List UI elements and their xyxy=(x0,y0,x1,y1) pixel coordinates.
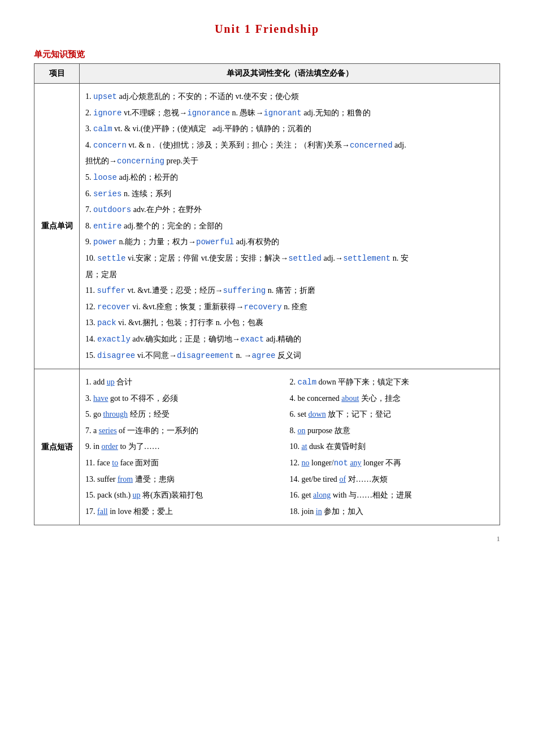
entry-10b: 居；定居 xyxy=(85,267,494,283)
entry-10: 10. settle vi.安家；定居；停留 vt.使安居；安排；解决→sett… xyxy=(85,251,494,266)
phrase-15: 15. pack (sth.) up 将(东西)装箱打包 xyxy=(85,488,290,503)
phrase-row-9: 17. fall in love 相爱；爱上 18. join in 参加；加入 xyxy=(85,504,494,520)
word-series: series xyxy=(93,189,121,198)
word-upset: upset xyxy=(93,92,117,101)
phrase-row-5: 9. in order to 为了…… 10. at dusk 在黄昏时刻 xyxy=(85,439,494,455)
phrase-6-kw: down xyxy=(309,410,326,418)
entry-13: 13. pack vi. &vt.捆扎；包装；打行李 n. 小包；包裹 xyxy=(85,316,494,331)
word-power: power xyxy=(93,237,117,247)
phrase-10-kw: at xyxy=(302,442,307,451)
main-table: 项目 单词及其词性变化（语法填空必备） 重点单词 1. upset adj.心烦… xyxy=(34,63,500,525)
phrase-4: 4. be concerned about 关心，挂念 xyxy=(290,391,494,407)
col1-header: 项目 xyxy=(34,64,80,84)
phrase-12: 12. no longer/not any longer 不再 xyxy=(290,456,494,471)
word-settled: settled xyxy=(288,254,322,263)
entry-15: 15. disagree vi.不同意→disagreement n. →agr… xyxy=(85,348,494,364)
content-keywords: 1. upset adj.心烦意乱的；不安的；不适的 vt.使不安；使心烦 2.… xyxy=(80,84,500,369)
phrase-9: 9. in order to 为了…… xyxy=(85,439,290,455)
word-concern: concern xyxy=(93,141,127,150)
entry-11: 11. suffer vt. &vt.遭受；忍受；经历→suffering n.… xyxy=(85,283,494,299)
phrase-8-kw: on xyxy=(298,426,306,435)
phrase-7: 7. a series of 一连串的；一系列的 xyxy=(85,424,290,439)
word-outdoors: outdoors xyxy=(93,205,131,214)
word-ignorance: ignorance xyxy=(187,109,230,118)
phrase-16-kw: along xyxy=(313,491,331,499)
word-entire: entire xyxy=(93,222,121,231)
word-recovery: recovery xyxy=(244,303,281,312)
phrase-16: 16. get along with 与……相处；进展 xyxy=(290,488,494,503)
word-loose: loose xyxy=(93,173,117,182)
phrase-17-kw: fall xyxy=(97,507,108,516)
word-exact: exact xyxy=(240,335,264,344)
entry-3: 3. calm vt. & vi.(使)平静；(使)镇定 adj.平静的；镇静的… xyxy=(85,122,494,137)
phrase-4-kw: about xyxy=(341,394,359,403)
phrase-13: 13. suffer from 遭受；患病 xyxy=(85,472,290,487)
phrase-5: 5. go through 经历；经受 xyxy=(85,407,290,422)
phrase-9-kw: order xyxy=(101,442,118,451)
phrase-row-6: 11. face to face 面对面 12. no longer/not a… xyxy=(85,456,494,471)
word-powerful: powerful xyxy=(196,237,234,247)
phrase-row-2: 3. have got to 不得不，必须 4. be concerned ab… xyxy=(85,391,494,407)
word-recover: recover xyxy=(97,303,131,312)
entry-4b: 担忧的→concerning prep.关于 xyxy=(85,154,494,169)
phrase-11: 11. face to face 面对面 xyxy=(85,456,290,471)
phrase-row-4: 7. a series of 一连串的；一系列的 8. on purpose 故… xyxy=(85,424,494,439)
word-ignore: ignore xyxy=(93,109,121,118)
phrase-6: 6. set down 放下；记下；登记 xyxy=(290,407,494,422)
phrase-15-kw: up xyxy=(133,491,141,499)
phrase-7-kw: series xyxy=(99,426,117,435)
entry-2: 2. ignore vt.不理睬；忽视→ignorance n. 愚昧→igno… xyxy=(85,106,494,121)
phrase-row-3: 5. go through 经历；经受 6. set down 放下；记下；登记 xyxy=(85,407,494,422)
entry-8: 8. entire adj.整个的；完全的；全部的 xyxy=(85,219,494,234)
word-disagree: disagree xyxy=(97,351,135,360)
entry-6: 6. series n. 连续；系列 xyxy=(85,187,494,202)
label-keywords: 重点单词 xyxy=(34,84,80,369)
col2-header: 单词及其词性变化（语法填空必备） xyxy=(80,64,500,84)
phrase-3-kw: have xyxy=(93,394,108,403)
entry-9: 9. power n.能力；力量；权力→powerful adj.有权势的 xyxy=(85,235,494,250)
phrase-13-kw: from xyxy=(118,475,133,483)
phrase-14: 14. get/be tired of 对……灰烦 xyxy=(290,472,494,487)
word-disagreement: disagreement xyxy=(177,351,234,360)
phrase-2: 2. calm down 平静下来；镇定下来 xyxy=(290,375,494,390)
phrase-18: 18. join in 参加；加入 xyxy=(290,504,494,520)
content-phrases: 1. add up 合计 2. calm down 平静下来；镇定下来 3. h… xyxy=(80,369,500,525)
word-concerned: concerned xyxy=(350,141,393,150)
label-phrases: 重点短语 xyxy=(34,369,80,525)
row-keywords: 重点单词 1. upset adj.心烦意乱的；不安的；不适的 vt.使不安；使… xyxy=(34,84,500,369)
section-title: 单元知识预览 xyxy=(34,49,500,60)
entry-12: 12. recover vi. &vt.痊愈；恢复；重新获得→recovery … xyxy=(85,300,494,315)
page-title: Unit 1 Friendship xyxy=(34,23,500,36)
entry-5: 5. loose adj.松的；松开的 xyxy=(85,170,494,185)
page-number: 1 xyxy=(34,534,500,543)
phrase-row-8: 15. pack (sth.) up 将(东西)装箱打包 16. get alo… xyxy=(85,488,494,503)
phrase-12-kw2: not xyxy=(334,459,348,468)
phrase-3: 3. have got to 不得不，必须 xyxy=(85,391,290,407)
word-ignorant: ignorant xyxy=(263,109,301,118)
phrase-12-kw3: any xyxy=(350,459,361,467)
word-agree: agree xyxy=(251,351,275,360)
phrase-1-kw: up xyxy=(107,378,115,386)
word-suffer: suffer xyxy=(97,286,125,295)
word-exactly: exactly xyxy=(97,335,131,344)
phrase-2-kw: calm xyxy=(298,378,317,387)
word-pack: pack xyxy=(97,318,116,327)
word-concerning: concerning xyxy=(117,157,164,166)
phrase-5-kw: through xyxy=(103,410,128,418)
word-settlement: settlement xyxy=(343,254,390,263)
phrase-8: 8. on purpose 故意 xyxy=(290,424,494,439)
word-suffering: suffering xyxy=(223,286,266,295)
phrase-14-kw: of xyxy=(339,475,346,483)
phrase-12-kw1: no xyxy=(302,459,310,467)
word-settle: settle xyxy=(97,254,125,263)
phrase-10: 10. at dusk 在黄昏时刻 xyxy=(290,439,494,455)
entry-14: 14. exactly adv.确实如此；正是；确切地→exact adj.精确… xyxy=(85,332,494,347)
row-phrases: 重点短语 1. add up 合计 2. calm down 平静下来；镇定下来… xyxy=(34,369,500,525)
phrase-1: 1. add up 合计 xyxy=(85,375,290,390)
phrase-row-1: 1. add up 合计 2. calm down 平静下来；镇定下来 xyxy=(85,375,494,390)
phrase-18-kw: in xyxy=(316,507,322,516)
phrase-17: 17. fall in love 相爱；爱上 xyxy=(85,504,290,520)
phrase-row-7: 13. suffer from 遭受；患病 14. get/be tired o… xyxy=(85,472,494,487)
entry-7: 7. outdoors adv.在户外；在野外 xyxy=(85,202,494,218)
entry-1: 1. upset adj.心烦意乱的；不安的；不适的 vt.使不安；使心烦 xyxy=(85,89,494,105)
